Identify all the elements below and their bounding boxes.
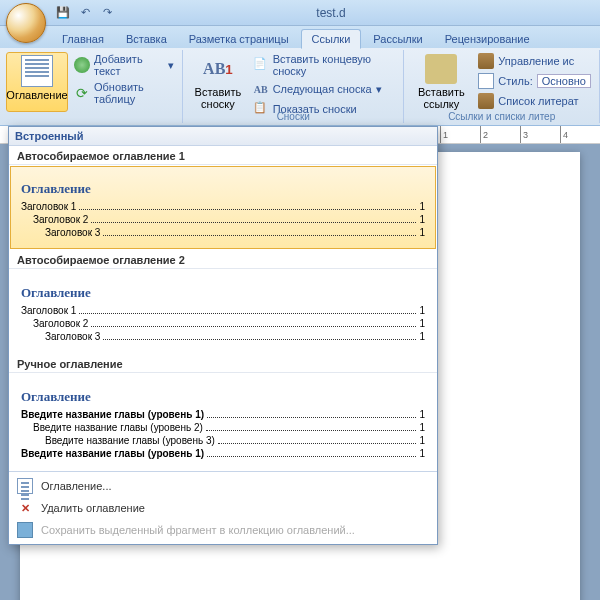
tab-references[interactable]: Ссылки xyxy=(301,29,362,49)
ribbon-tabs: Главная Вставка Разметка страницы Ссылки… xyxy=(0,26,600,48)
update-table-button[interactable]: ⟳Обновить таблицу xyxy=(72,80,176,106)
group-toc: Оглавление Добавить текст ▾ ⟳Обновить та… xyxy=(0,50,183,123)
menu-insert-toc[interactable]: Оглавление... xyxy=(9,475,437,497)
group-footnotes: AB1 Вставить сноску 📄Вставить концевую с… xyxy=(183,50,404,123)
window-title: test.d xyxy=(116,6,546,20)
group-citations: Вставить ссылку Управление ис Стиль: Осн… xyxy=(404,50,600,123)
insert-footnote-button[interactable]: AB1 Вставить сноску xyxy=(189,52,246,112)
toc-button[interactable]: Оглавление xyxy=(6,52,68,112)
menu-save-selection: Сохранить выделенный фрагмент в коллекци… xyxy=(9,519,437,541)
book-icon xyxy=(478,53,494,69)
quick-access-toolbar: 💾 ↶ ↷ xyxy=(54,4,116,22)
style-dropdown[interactable]: Стиль: Основно xyxy=(476,72,593,90)
endnote-icon: 📄 xyxy=(253,57,269,73)
gallery-item-auto1[interactable]: Оглавление Заголовок 11 Заголовок 21 Заг… xyxy=(10,166,436,249)
gallery-section-auto2: Автособираемое оглавление 2 xyxy=(9,250,437,269)
next-footnote-button[interactable]: ABСледующая сноска ▾ xyxy=(251,80,398,98)
group-label-citations: Ссылки и списки литер xyxy=(404,111,599,122)
redo-icon[interactable]: ↷ xyxy=(98,4,116,22)
insert-citation-button[interactable]: Вставить ссылку xyxy=(410,52,472,112)
save-icon[interactable]: 💾 xyxy=(54,4,72,22)
add-text-button[interactable]: Добавить текст ▾ xyxy=(72,52,176,78)
tab-insert[interactable]: Вставка xyxy=(116,30,177,48)
gallery-menu: Оглавление... ✕Удалить оглавление Сохран… xyxy=(9,471,437,544)
insert-endnote-button[interactable]: 📄Вставить концевую сноску xyxy=(251,52,398,78)
tab-mailings[interactable]: Рассылки xyxy=(363,30,432,48)
footnote-icon: AB1 xyxy=(202,54,234,84)
remove-icon: ✕ xyxy=(17,500,33,516)
style-icon xyxy=(478,73,494,89)
menu-remove-toc[interactable]: ✕Удалить оглавление xyxy=(9,497,437,519)
gallery-section-manual: Ручное оглавление xyxy=(9,354,437,373)
gallery-item-auto2[interactable]: Оглавление Заголовок 11 Заголовок 21 Заг… xyxy=(10,270,436,353)
manage-sources-button[interactable]: Управление ис xyxy=(476,52,593,70)
gallery-item-manual[interactable]: Оглавление Введите название главы (урове… xyxy=(10,374,436,470)
toc-icon xyxy=(21,55,53,87)
undo-icon[interactable]: ↶ xyxy=(76,4,94,22)
office-button[interactable] xyxy=(6,3,46,43)
gallery-section-auto1: Автособираемое оглавление 1 xyxy=(9,146,437,165)
title-bar: 💾 ↶ ↷ test.d xyxy=(0,0,600,26)
gallery-header-builtin: Встроенный xyxy=(9,127,437,146)
plus-icon xyxy=(74,57,90,73)
bibliography-button[interactable]: Список литерат xyxy=(476,92,593,110)
ribbon: Оглавление Добавить текст ▾ ⟳Обновить та… xyxy=(0,48,600,126)
next-footnote-icon: AB xyxy=(253,81,269,97)
tab-review[interactable]: Рецензирование xyxy=(435,30,540,48)
citation-icon xyxy=(425,54,457,84)
biblio-icon xyxy=(478,93,494,109)
tab-layout[interactable]: Разметка страницы xyxy=(179,30,299,48)
save-gallery-icon xyxy=(17,522,33,538)
group-label-footnotes: Сноски xyxy=(183,111,403,122)
toc-gallery-dropdown: Встроенный Автособираемое оглавление 1 О… xyxy=(8,126,438,545)
refresh-icon: ⟳ xyxy=(74,85,90,101)
tab-home[interactable]: Главная xyxy=(52,30,114,48)
toc-menu-icon xyxy=(17,478,33,494)
